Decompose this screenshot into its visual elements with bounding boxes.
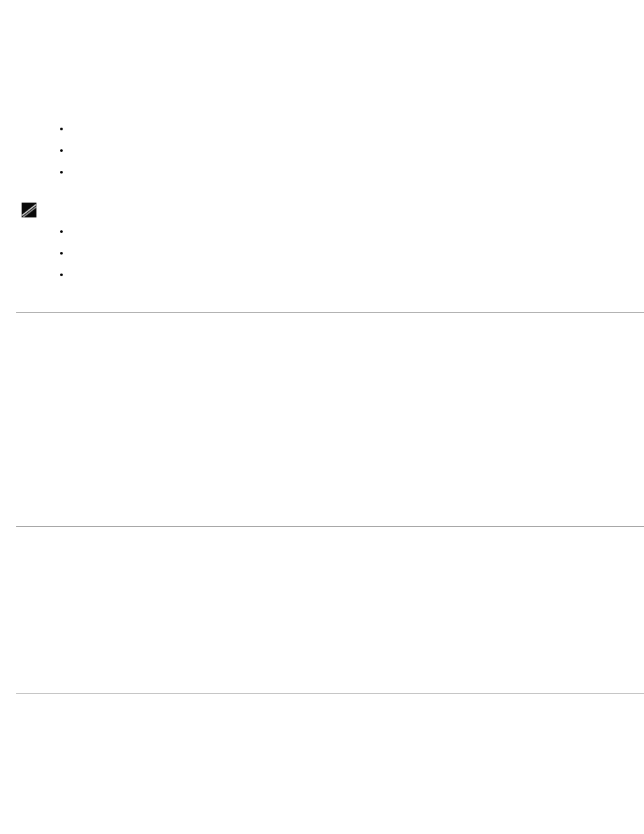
bullet-list-2 <box>16 220 628 285</box>
list-item <box>70 242 628 263</box>
list-item <box>70 161 628 182</box>
bullet-list-1 <box>16 118 628 182</box>
list-item <box>70 263 628 285</box>
list-item <box>70 139 628 161</box>
list-item <box>70 220 628 242</box>
list-item <box>70 118 628 139</box>
note-pencil-icon <box>22 203 36 217</box>
